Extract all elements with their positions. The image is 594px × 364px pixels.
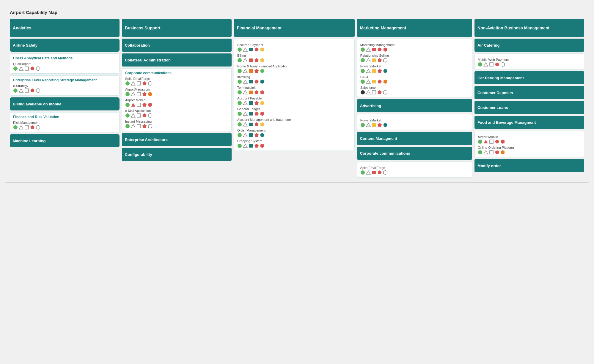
svg-marker-8 (30, 88, 34, 92)
sub-item-rel-selling: Relationship Selling (360, 54, 469, 63)
svg-rect-7 (25, 89, 29, 92)
section-corp-comms-mktg: Corporate communications (357, 147, 472, 160)
svg-rect-112 (372, 91, 376, 94)
svg-marker-21 (131, 92, 135, 96)
svg-marker-139 (501, 150, 505, 154)
svg-marker-109 (384, 80, 387, 84)
svg-point-5 (13, 88, 18, 93)
svg-marker-38 (142, 124, 147, 128)
svg-point-100 (361, 69, 365, 73)
sub-item-sage: SAGE (360, 75, 469, 84)
svg-rect-17 (137, 82, 141, 85)
svg-rect-97 (372, 58, 376, 62)
svg-marker-124 (384, 170, 387, 175)
svg-marker-113 (378, 90, 382, 94)
sub-item-home-away: Home & Away Financial Application (237, 64, 351, 73)
sub-item-general-ledger: General Ledger (237, 107, 351, 116)
svg-marker-116 (366, 123, 370, 127)
svg-rect-127 (490, 63, 493, 66)
svg-marker-53 (254, 69, 259, 73)
svg-marker-133 (495, 140, 499, 143)
col-header-marketing: Marketing Management (357, 19, 472, 37)
section-content-mgmt: Content Managment (357, 132, 472, 145)
svg-point-55 (238, 80, 242, 84)
svg-marker-111 (366, 91, 370, 94)
svg-rect-117 (372, 123, 376, 127)
svg-point-50 (238, 69, 242, 73)
svg-point-25 (125, 103, 130, 107)
svg-rect-47 (249, 58, 253, 62)
svg-marker-91 (366, 48, 370, 51)
svg-marker-63 (254, 90, 259, 94)
svg-rect-12 (25, 126, 29, 129)
card-finance-risk: Finance and Risk Valuation Risk Manageme… (10, 112, 120, 132)
svg-rect-57 (249, 80, 253, 83)
svg-marker-74 (260, 112, 264, 116)
svg-marker-31 (131, 114, 135, 117)
svg-marker-58 (254, 80, 259, 83)
sub-item-splio-mktg: Splio EmailForge (360, 166, 469, 175)
svg-point-10 (13, 125, 18, 129)
svg-marker-43 (254, 48, 259, 51)
svg-point-75 (238, 122, 242, 126)
svg-marker-61 (243, 91, 247, 94)
capability-map: Analytics Airline Safety Cross Analytica… (10, 19, 584, 178)
section-airline-safety: Airline Safety (10, 39, 120, 52)
svg-rect-22 (137, 92, 141, 96)
sub-item-risk-mgmt: Risk Management (13, 121, 116, 130)
section-air-catering: Air Catering (474, 39, 584, 52)
svg-marker-86 (243, 144, 247, 148)
sub-item-account-mgmt: Account Management aris fratamone (237, 118, 351, 127)
svg-point-65 (238, 101, 242, 105)
card-advertising-items: Power2Market (357, 114, 472, 130)
svg-marker-48 (254, 58, 259, 62)
card-corporate-comms: Corporate communications Splio EmailForg… (122, 68, 232, 131)
svg-marker-101 (366, 69, 370, 73)
svg-marker-41 (243, 48, 247, 51)
svg-marker-9 (36, 88, 40, 93)
svg-marker-68 (254, 101, 259, 105)
svg-point-120 (361, 170, 365, 175)
svg-point-0 (13, 67, 18, 71)
svg-marker-34 (148, 113, 152, 118)
svg-point-20 (125, 92, 130, 96)
svg-marker-56 (243, 80, 247, 83)
svg-marker-76 (243, 123, 247, 126)
svg-marker-103 (378, 69, 382, 73)
section-collateral-admin: Collateral Administration (122, 53, 232, 67)
sub-item-mktg-mgmt: Marketing Management (360, 43, 469, 52)
card-marketing-items: Marketing Management Relationship Sellin… (357, 39, 472, 97)
svg-point-60 (238, 90, 242, 94)
svg-rect-67 (249, 101, 253, 105)
column-marketing: Marketing Management Marketing Managemen… (357, 19, 472, 178)
card-food-beverage-items: Airport Mobile Online Ordering Platform (474, 131, 584, 157)
sub-item-instant-messaging: Instant Messaging (125, 120, 228, 129)
section-configurability: Configurability (122, 148, 232, 161)
section-food-beverage: Food and Beverage Managment (474, 116, 584, 129)
svg-marker-73 (254, 112, 259, 115)
sub-item-billing: Billing (237, 54, 351, 63)
svg-marker-134 (501, 140, 505, 144)
svg-point-130 (478, 140, 482, 144)
svg-marker-33 (142, 113, 147, 117)
svg-point-45 (238, 58, 242, 62)
svg-point-135 (478, 150, 482, 154)
svg-marker-93 (378, 48, 382, 51)
svg-marker-138 (495, 150, 499, 154)
svg-marker-131 (484, 140, 488, 143)
svg-marker-24 (148, 92, 152, 96)
svg-marker-64 (260, 90, 264, 94)
sub-item-mobile-web: Mobile Web Payment (478, 58, 581, 67)
svg-point-70 (238, 112, 242, 116)
svg-marker-11 (19, 126, 23, 129)
col-header-non-aviation: Non-Aviation Business Management (474, 19, 584, 37)
svg-rect-137 (490, 151, 493, 154)
svg-marker-94 (384, 48, 387, 52)
svg-rect-2 (25, 67, 29, 70)
section-modify-order: Modify order (474, 159, 584, 172)
svg-rect-87 (249, 144, 253, 148)
svg-marker-51 (243, 69, 247, 73)
svg-rect-27 (137, 103, 141, 107)
sub-item-terminallink: TerminalLink (237, 86, 351, 95)
section-billing-mobile: Billing available on mobile (10, 97, 120, 110)
